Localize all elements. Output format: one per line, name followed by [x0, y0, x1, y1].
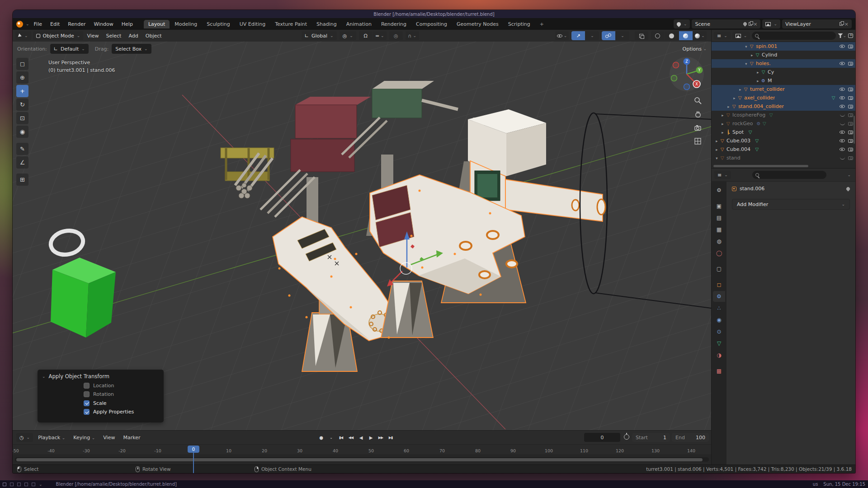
- app-menu-caret-icon[interactable]: ⌄: [26, 22, 29, 26]
- taskbar-layout-icon[interactable]: ⌄: [39, 482, 42, 487]
- tab-render[interactable]: ▣: [713, 201, 725, 211]
- add-cube-tool[interactable]: ⊞: [16, 174, 28, 186]
- tab-view-layer[interactable]: ▦: [713, 224, 725, 235]
- close-icon[interactable]: ×: [753, 21, 757, 27]
- drag-setting-dropdown[interactable]: Select Box ⌄: [112, 44, 151, 54]
- camera-view-icon[interactable]: [694, 124, 702, 132]
- scene-selector[interactable]: Scene ×: [692, 19, 760, 28]
- camera-disabled-icon[interactable]: [848, 113, 853, 117]
- tab-compositing[interactable]: Compositing: [411, 20, 452, 28]
- axis-negy-ball[interactable]: [671, 75, 677, 81]
- camera-icon[interactable]: [848, 88, 853, 91]
- play-reverse-button[interactable]: ◀: [356, 432, 365, 442]
- tab-particles[interactable]: ∴: [713, 303, 725, 314]
- eye-icon[interactable]: [840, 88, 845, 91]
- outliner-row[interactable]: ▾▽holes.: [712, 59, 855, 68]
- outliner-row[interactable]: ▸▽Cylind: [712, 51, 855, 59]
- menu-edit[interactable]: Edit: [47, 19, 63, 28]
- taskbar-workspace-icon[interactable]: [3, 483, 6, 486]
- shading-wireframe-button[interactable]: [651, 31, 665, 40]
- properties-options-dropdown[interactable]: ⌄: [847, 173, 853, 177]
- visibility-dropdown[interactable]: ⌄: [555, 31, 569, 40]
- frame-start-field[interactable]: Start1: [632, 433, 670, 442]
- timeline-scrollbar[interactable]: [16, 458, 703, 461]
- scene-browse-button[interactable]: ⌄: [674, 19, 690, 28]
- axis-negz-ball[interactable]: [684, 84, 690, 90]
- duplicate-icon[interactable]: [840, 22, 843, 26]
- viewport-3d[interactable]: Orientation: ∟ Default ⌄ Drag: Select Bo…: [13, 42, 711, 431]
- expand-icon[interactable]: ▸: [755, 79, 760, 83]
- play-button[interactable]: ▶: [366, 432, 375, 442]
- pan-hand-icon[interactable]: [694, 110, 702, 118]
- tab-geometry-nodes[interactable]: Geometry Nodes: [452, 20, 503, 28]
- menu-add[interactable]: Add: [125, 31, 142, 40]
- eye-icon[interactable]: [840, 62, 845, 65]
- gizmos-dropdown[interactable]: ⌄: [585, 31, 599, 40]
- menu-object[interactable]: Object: [142, 31, 165, 40]
- annotate-tool[interactable]: ✎: [16, 143, 28, 155]
- outliner-vscrollbar[interactable]: [854, 116, 855, 144]
- expand-icon[interactable]: ▸: [720, 130, 725, 135]
- keyboard-layout-indicator[interactable]: us: [813, 482, 818, 487]
- checkbox[interactable]: [84, 400, 90, 406]
- expand-icon[interactable]: ▸: [732, 96, 737, 100]
- gatling-turret-olive[interactable]: [221, 148, 274, 198]
- frame-end-field[interactable]: End100: [672, 433, 709, 442]
- overlays-toggle[interactable]: [602, 31, 615, 40]
- blender-logo-icon[interactable]: [16, 21, 23, 28]
- duplicate-icon[interactable]: [749, 22, 752, 26]
- outliner-row[interactable]: ▸▽Cube.004▽: [712, 145, 855, 154]
- outliner-display-mode-button[interactable]: ⌄: [732, 32, 750, 40]
- outliner-row[interactable]: ▾▽spin.001: [712, 42, 855, 51]
- previous-keyframe-button[interactable]: ◀◀: [346, 432, 355, 442]
- proportional-falloff-dropdown[interactable]: ∩⌄: [406, 31, 419, 40]
- panel-collapse-icon[interactable]: ⌄: [42, 374, 46, 379]
- keying-dropdown[interactable]: ⌄: [326, 432, 335, 442]
- expand-icon[interactable]: ▸: [755, 70, 760, 75]
- eye-icon[interactable]: [840, 148, 845, 151]
- apply-option-properties[interactable]: Apply Properties: [42, 409, 159, 415]
- eye-icon[interactable]: [840, 45, 845, 48]
- tab-uv-editing[interactable]: UV Editing: [235, 20, 270, 28]
- playhead[interactable]: 0: [188, 446, 199, 453]
- checkbox[interactable]: [84, 383, 90, 389]
- camera-icon[interactable]: [848, 62, 853, 66]
- tab-collection[interactable]: ▢: [713, 263, 725, 274]
- snap-settings-dropdown[interactable]: =⌄: [373, 31, 387, 40]
- tab-layout[interactable]: Layout: [144, 20, 170, 28]
- camera-disabled-icon[interactable]: [848, 156, 853, 160]
- tab-tool[interactable]: ⚙: [713, 185, 725, 196]
- eye-icon[interactable]: [840, 139, 845, 142]
- snap-toggle[interactable]: Ω: [359, 31, 373, 40]
- transform-orientation-dropdown[interactable]: ∟ Global ⌄: [302, 31, 337, 40]
- tab-texture[interactable]: ▩: [713, 366, 725, 376]
- new-collection-button[interactable]: [848, 33, 853, 38]
- menu-keying[interactable]: Keying ⌄: [70, 435, 98, 441]
- pin-icon[interactable]: [743, 21, 748, 26]
- menu-file[interactable]: File: [30, 19, 46, 28]
- collapse-icon[interactable]: ▾: [714, 156, 719, 160]
- tab-sculpting[interactable]: Sculpting: [202, 20, 234, 28]
- jump-to-start-button[interactable]: ▮◀: [336, 432, 345, 442]
- tab-modeling[interactable]: Modeling: [170, 20, 202, 28]
- tab-physics[interactable]: ◉: [713, 314, 725, 325]
- collapse-icon[interactable]: ▾: [744, 61, 749, 66]
- add-workspace-button[interactable]: +: [535, 20, 548, 28]
- tab-rendering[interactable]: Rendering: [377, 20, 411, 28]
- pivot-point-dropdown[interactable]: ◎⌄: [340, 31, 356, 40]
- outliner-hscrollbar[interactable]: [713, 165, 808, 167]
- current-frame-field[interactable]: 0: [584, 433, 620, 442]
- zoom-icon[interactable]: [694, 97, 702, 105]
- shading-material-button[interactable]: [679, 31, 693, 40]
- camera-icon[interactable]: [848, 45, 853, 48]
- properties-editor-type-button[interactable]: ≡⌄: [714, 171, 731, 179]
- properties-search-input[interactable]: [752, 171, 826, 179]
- tab-scripting[interactable]: Scripting: [504, 20, 535, 28]
- gizmos-toggle[interactable]: ↗: [571, 31, 585, 40]
- eye-closed-icon[interactable]: [840, 157, 845, 160]
- auto-keying-button[interactable]: ●: [316, 432, 326, 442]
- expand-icon[interactable]: ▸: [714, 139, 719, 143]
- eye-icon[interactable]: [840, 96, 845, 99]
- viewlayer-browse-button[interactable]: ⌄: [762, 19, 780, 28]
- menu-playback[interactable]: Playback ⌄: [35, 435, 68, 441]
